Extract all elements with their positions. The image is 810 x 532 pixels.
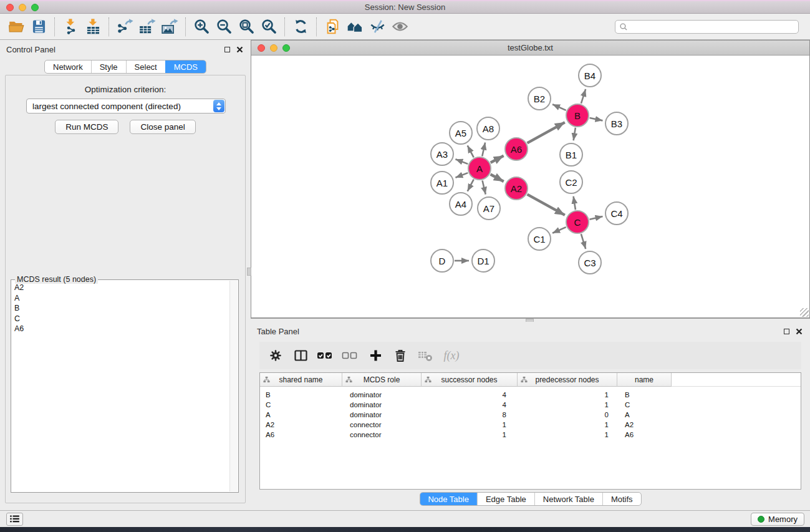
table-row[interactable]: Bdominator41B <box>260 390 801 400</box>
graph-edge-A-A3[interactable] <box>455 159 468 164</box>
graph-edge-A-A1[interactable] <box>455 173 468 178</box>
function-builder-button[interactable]: f(x) <box>438 344 463 367</box>
graph-node-C3[interactable]: C3 <box>578 251 602 274</box>
column-header-successor-nodes[interactable]: successor nodes <box>422 373 518 387</box>
zoom-fit-button[interactable] <box>235 16 258 37</box>
table-row[interactable]: Cdominator41C <box>260 400 801 410</box>
create-network-from-selection-button[interactable] <box>321 16 344 37</box>
network-window-titlebar[interactable]: testGlobe.txt <box>251 41 809 56</box>
tab-select[interactable]: Select <box>126 60 165 73</box>
graph-node-D1[interactable]: D1 <box>471 249 495 273</box>
column-header-mcds-role[interactable]: MCDS role <box>342 373 422 387</box>
save-session-button[interactable] <box>27 16 50 37</box>
graph-node-B3[interactable]: B3 <box>605 112 629 135</box>
refresh-view-button[interactable] <box>289 16 312 37</box>
column-header-name[interactable]: name <box>617 373 672 387</box>
table-settings-button[interactable] <box>263 344 288 367</box>
graph-node-A2[interactable]: A2 <box>504 177 528 200</box>
search-input[interactable] <box>630 22 794 31</box>
select-all-columns-button[interactable] <box>313 344 338 367</box>
tab-network[interactable]: Network <box>45 60 91 73</box>
show-columns-button[interactable] <box>288 344 313 367</box>
import-network-button[interactable] <box>59 16 82 37</box>
graph-node-C4[interactable]: C4 <box>605 201 629 225</box>
close-panel-button[interactable] <box>236 46 243 53</box>
graph-edge-A-A7[interactable] <box>483 180 486 194</box>
delete-columns-button[interactable] <box>388 344 413 367</box>
table-row[interactable]: Adominator80A <box>260 410 801 420</box>
graph-node-A6[interactable]: A6 <box>504 137 528 161</box>
mcds-result-item[interactable]: B <box>12 303 229 314</box>
graph-node-A5[interactable]: A5 <box>449 121 473 145</box>
export-network-button[interactable] <box>113 16 136 37</box>
mcds-result-item[interactable]: A2 <box>12 283 229 293</box>
run-mcds-button[interactable]: Run MCDS <box>55 120 118 134</box>
show-task-history-button[interactable] <box>6 513 23 526</box>
graph-edge-C-C3[interactable] <box>581 234 586 249</box>
tab-mcds[interactable]: MCDS <box>165 60 206 73</box>
zoom-in-button[interactable] <box>190 16 213 37</box>
float-panel-button[interactable] <box>224 47 230 52</box>
graph-node-A8[interactable]: A8 <box>476 117 500 140</box>
window-resize-grip[interactable] <box>800 308 809 317</box>
hide-graphics-details-button[interactable] <box>366 16 388 37</box>
graph-edge-C-C4[interactable] <box>590 216 603 220</box>
open-session-button[interactable] <box>5 16 27 37</box>
column-header-shared-name[interactable]: shared name <box>260 373 342 387</box>
graph-node-C2[interactable]: C2 <box>559 170 583 194</box>
zoom-out-button[interactable] <box>213 16 235 37</box>
delete-table-button[interactable] <box>413 344 438 367</box>
close-table-panel-button[interactable] <box>796 328 803 335</box>
graph-edge-A6-B[interactable] <box>528 122 565 143</box>
search-box[interactable] <box>615 20 799 34</box>
graph-node-B1[interactable]: B1 <box>559 143 583 167</box>
mcds-result-item[interactable]: A6 <box>12 324 229 334</box>
graph-edge-B-B1[interactable] <box>574 128 576 141</box>
graph-edge-A-A6[interactable] <box>491 156 504 163</box>
column-header-predecessor-nodes[interactable]: predecessor nodes <box>518 373 617 387</box>
graph-edge-A-A4[interactable] <box>468 180 474 191</box>
tab-style[interactable]: Style <box>91 60 126 73</box>
vertical-split-handle[interactable] <box>247 268 251 276</box>
graph-edge-A-A8[interactable] <box>482 142 485 156</box>
graph-node-A7[interactable]: A7 <box>477 196 501 220</box>
graph-node-B2[interactable]: B2 <box>528 87 551 110</box>
memory-status-button[interactable]: Memory <box>751 513 804 526</box>
graph-edge-A2-C[interactable] <box>528 195 565 215</box>
graph-node-B4[interactable]: B4 <box>578 64 602 87</box>
unselect-all-columns-button[interactable] <box>338 344 363 367</box>
tab-network-table[interactable]: Network Table <box>534 493 602 505</box>
result-list-scrollbar[interactable] <box>229 281 238 491</box>
graph-edge-C-C1[interactable] <box>552 227 566 233</box>
tab-motifs[interactable]: Motifs <box>602 493 641 505</box>
export-table-button[interactable] <box>136 16 158 37</box>
optimization-criterion-select[interactable]: largest connected component (directed) <box>26 99 226 114</box>
graph-node-A[interactable]: A <box>468 157 491 180</box>
mcds-result-item[interactable]: C <box>12 314 229 324</box>
graph-node-B[interactable]: B <box>566 104 589 127</box>
graph-node-D[interactable]: D <box>430 249 454 273</box>
graph-node-A1[interactable]: A1 <box>430 171 454 195</box>
network-canvas[interactable]: B4B2BB3A8A5A6A3B1AA1C2A2A4A7C4CC1DD1C3 <box>251 56 809 317</box>
reset-view-button[interactable] <box>344 16 366 37</box>
graph-node-C[interactable]: C <box>566 210 589 234</box>
graph-node-C1[interactable]: C1 <box>528 227 551 251</box>
show-graphics-details-button[interactable] <box>388 16 411 37</box>
close-panel-action-button[interactable]: Close panel <box>130 120 195 134</box>
graph-edge-B-B2[interactable] <box>552 104 566 110</box>
graph-edge-C-C2[interactable] <box>574 196 576 210</box>
table-row[interactable]: A6connector11A6 <box>260 430 801 440</box>
export-image-button[interactable] <box>158 16 181 37</box>
graph-edge-B-B3[interactable] <box>590 118 603 120</box>
graph-node-A4[interactable]: A4 <box>449 192 473 216</box>
tab-node-table[interactable]: Node Table <box>420 493 477 505</box>
add-column-button[interactable] <box>363 344 388 367</box>
tab-edge-table[interactable]: Edge Table <box>477 493 534 505</box>
graph-edge-A-A2[interactable] <box>491 175 504 181</box>
mcds-result-item[interactable]: A <box>12 293 229 304</box>
graph-edge-A-A5[interactable] <box>468 145 474 157</box>
import-table-button[interactable] <box>82 16 104 37</box>
float-table-panel-button[interactable] <box>784 329 789 334</box>
zoom-selected-button[interactable] <box>258 16 280 37</box>
graph-edge-B-B4[interactable] <box>581 89 586 104</box>
